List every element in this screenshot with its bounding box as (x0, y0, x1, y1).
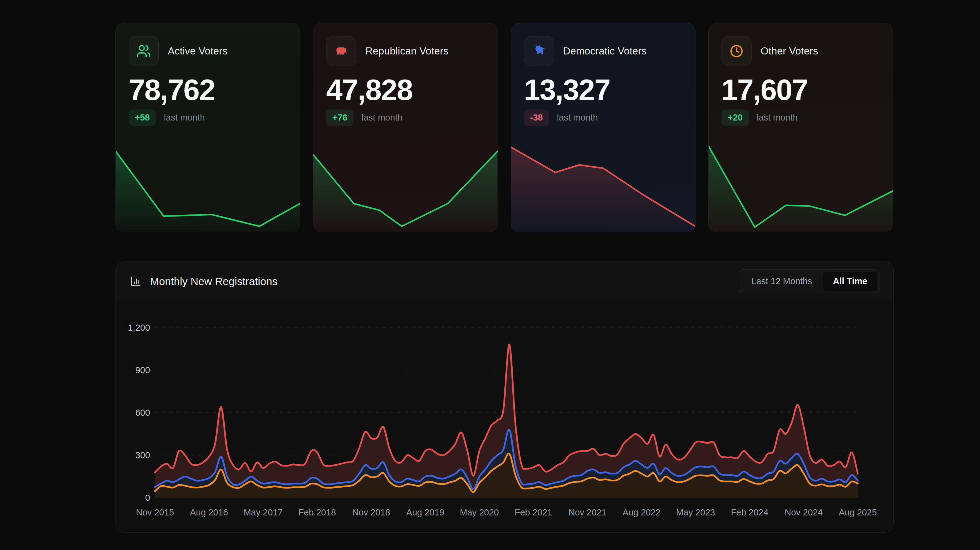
users-icon (136, 44, 151, 59)
y-tick-label: 300 (135, 450, 150, 460)
y-axis-labels: 03006009001,200 (128, 323, 150, 502)
card-title: Democratic Voters (563, 45, 647, 57)
delta-note: last month (361, 113, 402, 123)
republican-voters-sparkline (313, 142, 497, 232)
card-value: 17,607 (722, 74, 880, 106)
sparkline-fill (709, 146, 893, 232)
x-tick-label: Aug 2016 (190, 507, 228, 517)
democratic-donkey-icon (531, 44, 546, 59)
republican-elephant-icon (334, 44, 348, 59)
registrations-panel: Monthly New Registrations Last 12 Months… (115, 262, 894, 533)
active-voters-sparkline (116, 142, 300, 232)
x-tick-label: Aug 2022 (623, 507, 660, 517)
card-title: Other Voters (761, 45, 818, 57)
delta-badge: +20 (722, 109, 749, 126)
other-voters-sparkline (709, 142, 893, 232)
delta-note: last month (164, 113, 205, 123)
x-tick-label: May 2020 (460, 507, 499, 517)
y-tick-label: 0 (145, 493, 150, 502)
x-tick-label: May 2017 (243, 507, 282, 517)
delta-note: last month (757, 113, 798, 123)
card-value: 47,828 (326, 74, 485, 106)
card-value: 78,762 (129, 74, 287, 106)
republican-voters-icon-tile (326, 36, 356, 66)
registrations-chart: 03006009001,200Nov 2015Aug 2016May 2017F… (116, 301, 893, 532)
y-tick-label: 1,200 (128, 323, 150, 333)
x-tick-label: Feb 2018 (298, 507, 336, 517)
y-tick-label: 900 (135, 365, 150, 375)
stat-cards-row: Active Voters 78,762 +58 last month Repu… (115, 23, 893, 232)
democratic-voters-icon-tile (524, 36, 554, 66)
card-title: Active Voters (168, 45, 228, 57)
x-tick-label: Nov 2018 (352, 507, 390, 517)
x-tick-label: Feb 2024 (731, 507, 769, 517)
stat-card-active-voters: Active Voters 78,762 +58 last month (115, 23, 300, 232)
other-voters-icon-tile (722, 36, 751, 66)
stat-card-other-voters: Other Voters 17,607 +20 last month (708, 23, 893, 232)
x-axis-labels: Nov 2015Aug 2016May 2017Feb 2018Nov 2018… (136, 507, 877, 517)
x-tick-label: Feb 2021 (514, 507, 552, 517)
x-tick-label: Nov 2021 (568, 507, 606, 517)
card-title: Republican Voters (365, 45, 449, 57)
toggle-last-12-months[interactable]: Last 12 Months (741, 271, 822, 291)
chart-area: 03006009001,200Nov 2015Aug 2016May 2017F… (116, 301, 893, 532)
toggle-all-time[interactable]: All Time (822, 271, 878, 291)
sparkline-fill (511, 147, 695, 232)
y-tick-label: 600 (135, 408, 150, 418)
clock-icon (729, 44, 744, 59)
bar-chart-icon (129, 275, 142, 288)
time-range-toggle: Last 12 Months All Time (739, 269, 880, 293)
sparkline-fill (313, 151, 497, 232)
active-voters-icon-tile (129, 36, 159, 66)
voter-dashboard: { "cards": [ { "title": "Active Voters",… (0, 0, 980, 550)
delta-badge: -38 (524, 109, 549, 126)
stat-card-republican-voters: Republican Voters 47,828 +76 last month (313, 23, 498, 232)
card-value: 13,327 (524, 74, 682, 106)
x-tick-label: May 2023 (676, 507, 715, 517)
delta-badge: +58 (129, 109, 156, 126)
x-tick-label: Nov 2015 (136, 507, 174, 517)
x-tick-label: Nov 2024 (784, 507, 822, 517)
series (155, 344, 858, 498)
panel-title: Monthly New Registrations (150, 275, 277, 287)
delta-note: last month (557, 113, 598, 123)
stat-card-democratic-voters: Democratic Voters 13,327 -38 last month (511, 23, 695, 232)
x-tick-label: Aug 2025 (839, 507, 877, 517)
x-tick-label: Aug 2019 (406, 507, 444, 517)
delta-badge: +76 (326, 109, 353, 126)
democratic-voters-sparkline (511, 142, 695, 232)
registrations-panel-header: Monthly New Registrations Last 12 Months… (116, 262, 893, 301)
